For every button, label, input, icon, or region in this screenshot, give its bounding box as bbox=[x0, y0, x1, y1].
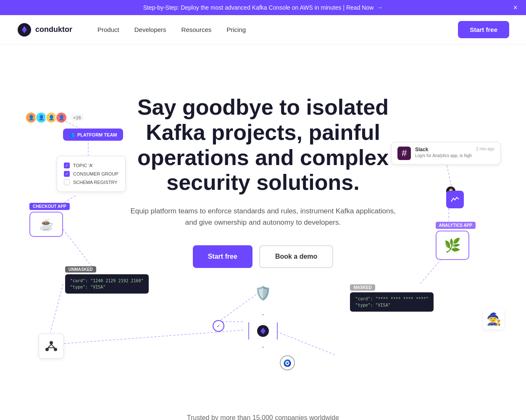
conduktor-hex-logo bbox=[248, 314, 278, 348]
user-circle-icon: 🧿 bbox=[280, 355, 295, 370]
banner-close-button[interactable]: × bbox=[513, 4, 518, 11]
nav-developers[interactable]: Developers bbox=[134, 26, 166, 33]
avatar-count: +16 bbox=[71, 114, 84, 121]
character-avatar: 🧙 bbox=[483, 308, 504, 329]
nav-resources[interactable]: Resources bbox=[181, 26, 212, 33]
top-banner: Step-by-Step: Deploy the most advanced K… bbox=[0, 0, 526, 15]
svg-point-15 bbox=[54, 348, 57, 351]
avatar-4: 👤 bbox=[55, 112, 67, 123]
avatar-2: 👤 bbox=[35, 112, 47, 123]
svg-point-13 bbox=[50, 341, 53, 344]
checkout-box: ☕ bbox=[29, 212, 63, 237]
trusted-section: Trusted by more than 15,000 companies wo… bbox=[0, 389, 526, 420]
hero-buttons: Start free Book a demo bbox=[124, 245, 402, 268]
analytics-box: 🌿 bbox=[436, 231, 469, 260]
nav-product[interactable]: Product bbox=[97, 26, 119, 33]
masked-code: "card": "**** **** **** ****" "type": "V… bbox=[350, 292, 434, 312]
java-icon: ☕ bbox=[39, 218, 54, 231]
hero-start-free-button[interactable]: Start free bbox=[193, 245, 252, 268]
navbar: conduktor Product Developers Resources P… bbox=[0, 15, 526, 45]
hero-section: 👤 👤 👤 👤 +16 👥 PLATFORM TEAM ✓ TOPIC 'A' … bbox=[0, 45, 526, 389]
nav-logo[interactable]: conduktor bbox=[17, 22, 72, 37]
logo-icon bbox=[17, 22, 32, 37]
kafka-icon bbox=[39, 333, 64, 359]
slack-content: Slack Log/s for Analytics app, is high bbox=[415, 147, 472, 158]
banner-arrow: → bbox=[377, 4, 383, 11]
uncheck-icon-schema bbox=[64, 179, 70, 185]
logo-text: conduktor bbox=[35, 25, 72, 34]
trusted-title: Trusted by more than 15,000 companies wo… bbox=[17, 414, 509, 420]
banner-text: Step-by-Step: Deploy the most advanced K… bbox=[143, 4, 374, 11]
check-icon-consumer: ✓ bbox=[64, 171, 70, 177]
alert-activity-icon bbox=[446, 191, 464, 208]
svg-line-4 bbox=[63, 229, 92, 267]
svg-line-3 bbox=[63, 196, 76, 203]
nav-start-free-button[interactable]: Start free bbox=[458, 21, 509, 38]
svg-point-14 bbox=[45, 348, 49, 351]
alert-badge-icon: 🔔 bbox=[446, 186, 455, 196]
analytics-app: ANALYTICS APP 🌿 bbox=[436, 221, 476, 260]
svg-line-5 bbox=[50, 284, 63, 332]
nav-pricing[interactable]: Pricing bbox=[226, 26, 246, 33]
check-circle-icon: ✓ bbox=[213, 320, 224, 332]
svg-line-9 bbox=[445, 158, 452, 187]
avatar-1: 👤 bbox=[25, 112, 37, 123]
resources-box: ✓ TOPIC 'A' ✓ CONSUMER GROUP SCHEMA REGI… bbox=[57, 156, 126, 192]
hero-title: Say goodbye to isolated Kafka projects, … bbox=[124, 95, 402, 195]
resource-schema: SCHEMA REGISTRY bbox=[64, 178, 118, 186]
resource-consumer: ✓ CONSUMER GROUP bbox=[64, 170, 118, 178]
svg-line-8 bbox=[420, 250, 449, 284]
svg-point-19 bbox=[257, 325, 269, 337]
hex-shape bbox=[248, 314, 278, 348]
svg-line-16 bbox=[48, 344, 51, 348]
svg-line-11 bbox=[218, 294, 256, 322]
svg-line-17 bbox=[51, 344, 55, 348]
avatar-3: 👤 bbox=[45, 112, 57, 123]
check-icon-topic: ✓ bbox=[64, 163, 70, 168]
svg-line-6 bbox=[64, 330, 244, 344]
hero-subtitle: Equip platform teams to enforce standard… bbox=[124, 205, 402, 228]
team-avatars: 👤 👤 👤 👤 +16 bbox=[25, 112, 84, 123]
checkout-app: CHECKOUT APP ☕ bbox=[29, 202, 70, 237]
resource-topic: ✓ TOPIC 'A' bbox=[64, 161, 118, 170]
nav-links: Product Developers Resources Pricing bbox=[97, 26, 458, 34]
hero-content: Say goodbye to isolated Kafka projects, … bbox=[116, 45, 410, 293]
svg-line-7 bbox=[273, 330, 336, 355]
platform-team-badge: 👥 PLATFORM TEAM bbox=[63, 129, 123, 141]
hero-book-demo-button[interactable]: Book a demo bbox=[259, 245, 333, 268]
svg-line-1 bbox=[59, 118, 84, 131]
kafka-logo-icon bbox=[45, 339, 58, 353]
